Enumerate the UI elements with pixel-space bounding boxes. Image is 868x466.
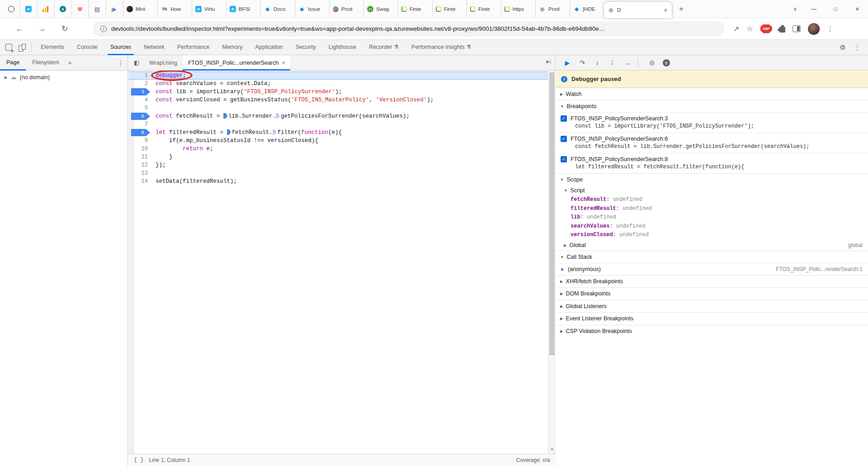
browser-tab[interactable]: ▶ (106, 0, 123, 18)
deactivate-breakpoints-button[interactable]: ⊘ (648, 59, 656, 67)
section-call-stack[interactable]: ▼ Call Stack (556, 251, 868, 263)
scrollbar-thumb[interactable] (549, 72, 555, 355)
reload-icon[interactable]: ↻ (59, 24, 71, 33)
browser-tab[interactable]: Finte (432, 0, 467, 18)
gutter[interactable]: 3 (128, 88, 154, 96)
tab-filesystem[interactable]: Filesystem (26, 55, 66, 71)
breakpoint-checkbox[interactable]: ✓ (561, 136, 567, 142)
line-number[interactable]: 4 (145, 96, 148, 104)
scope-variable-row[interactable]: versionClosed: undefined (556, 231, 868, 240)
browser-tab[interactable]: Mini (123, 0, 157, 18)
devtools-menu-icon[interactable]: ⋮ (854, 43, 861, 52)
breakpoint-entry[interactable]: ✓FTOS_INSP_PolicySurrenderSearch:6const … (556, 133, 868, 153)
code-line[interactable]: 9 if(e.mp_businessStatusId !== versionCl… (128, 137, 548, 145)
code-line[interactable]: 10 return e; (128, 145, 548, 153)
gutter[interactable]: 8 (128, 128, 154, 137)
section-xhr-fetch-breakpoints[interactable]: ▶XHR/fetch Breakpoints (556, 275, 868, 288)
breakpoint-badge[interactable]: 6 (131, 113, 150, 120)
devtools-tab-memory[interactable]: Memory (216, 40, 249, 55)
scope-variable-row[interactable]: fetchResult: undefined (556, 195, 868, 204)
browser-tab[interactable]: Finte (467, 0, 501, 18)
code-line[interactable]: 5 (128, 104, 548, 112)
pretty-print-icon[interactable]: { } (134, 457, 144, 463)
step-into-button[interactable]: ↓• (593, 60, 601, 66)
frame-location[interactable]: FTOS_INSP_Polic...renderSearch:1 (776, 266, 863, 272)
inline-breakpoint-icon[interactable] (227, 129, 231, 135)
step-button[interactable]: → (623, 59, 631, 67)
browser-tab[interactable]: ▤ (89, 0, 106, 18)
section-dom-breakpoints[interactable]: ▶DOM Breakpoints (556, 287, 868, 300)
browser-tab[interactable]: ◆Docs (260, 0, 295, 18)
scope-script-row[interactable]: ▼ Script (556, 185, 868, 195)
extensions-puzzle-icon[interactable] (779, 27, 785, 33)
url-bar[interactable]: i devtools://devtools/bundled/inspector.… (93, 21, 724, 37)
side-panel-icon[interactable] (793, 25, 801, 32)
line-number[interactable]: 12 (142, 161, 148, 169)
browser-tab[interactable]: { }Swag (363, 0, 398, 18)
inline-breakpoint-icon[interactable] (276, 113, 280, 119)
line-number[interactable]: 5 (145, 104, 148, 112)
scope-global-row[interactable]: ▶ Global global (556, 240, 868, 251)
code-line[interactable]: 11 } (128, 153, 548, 161)
devtools-tab-recorder[interactable]: Recorder⚗ (363, 40, 405, 55)
browser-tab[interactable]: S (54, 0, 71, 18)
window-maximize-button[interactable]: □ (825, 0, 846, 18)
line-number[interactable]: 7 (145, 120, 148, 128)
share-icon[interactable]: ↗ (733, 24, 739, 33)
file-tab-policysurrendersearch[interactable]: FTOS_INSP_Polic...urrenderSearch × (183, 55, 291, 71)
inspect-element-icon[interactable] (5, 44, 12, 51)
call-stack-frame[interactable]: ▶ (anonymous) FTOS_INSP_Polic...renderSe… (556, 263, 868, 275)
breakpoint-entry[interactable]: ✓FTOS_INSP_PolicySurrenderSearch:8let fi… (556, 153, 868, 173)
bookmark-star-icon[interactable]: ☆ (746, 24, 753, 33)
no-domain-tree-item[interactable]: ▶ ☁ (no domain) (0, 71, 127, 81)
line-number[interactable]: 13 (142, 169, 148, 177)
step-over-button[interactable]: ↷ (578, 59, 586, 67)
browser-tab[interactable]: ◆Issue (295, 0, 329, 18)
section-global-listeners[interactable]: ▶Global Listeners (556, 300, 868, 313)
gutter[interactable]: 5 (128, 104, 154, 112)
browser-tab[interactable] (37, 0, 54, 18)
device-toolbar-icon[interactable] (19, 44, 26, 51)
breakpoint-badge[interactable]: 8 (131, 129, 150, 136)
browser-tab[interactable]: ftVirtu (192, 0, 226, 18)
code-line[interactable]: 13 (128, 169, 548, 177)
settings-gear-icon[interactable]: ⚙ (840, 43, 846, 52)
browser-tab[interactable]: ⊕Prod (535, 0, 570, 18)
browser-tab[interactable]: ftBFSI (226, 0, 260, 18)
editor-scrollbar[interactable]: ▼ (548, 71, 556, 454)
scope-variable-row[interactable]: lib: undefined (556, 213, 868, 222)
gutter[interactable]: 4 (128, 96, 154, 104)
code-lines[interactable]: 1debugger;2const searchValues = context.… (128, 71, 548, 454)
close-file-tab-icon[interactable]: × (282, 60, 285, 66)
browser-tab[interactable] (3, 0, 20, 18)
back-icon[interactable]: ← (14, 24, 25, 33)
code-line[interactable]: 8let filteredResult = fetchResult.filter… (128, 128, 548, 137)
browser-tab[interactable]: ◆[HDE (570, 0, 604, 18)
devtools-tab-lighthouse[interactable]: Lighthouse (322, 40, 363, 55)
scope-variable-row[interactable]: searchValues: undefined (556, 222, 868, 231)
devtools-tab-network[interactable]: Network (137, 40, 171, 55)
section-csp-violation-breakpoints[interactable]: ▶CSP Violation Breakpoints (556, 325, 868, 338)
devtools-tab-performance[interactable]: Performance (171, 40, 216, 55)
window-minimize-button[interactable]: — (803, 0, 825, 18)
devtools-tab-elements[interactable]: Elements (34, 40, 71, 55)
line-number[interactable]: 2 (145, 80, 148, 88)
section-scope[interactable]: ▼ Scope (556, 173, 868, 185)
devtools-tab-security[interactable]: Security (289, 40, 322, 55)
line-number[interactable]: 1 (145, 71, 148, 80)
code-line[interactable]: 7 (128, 120, 548, 128)
gutter[interactable]: 7 (128, 120, 154, 128)
gutter[interactable]: 13 (128, 169, 154, 177)
show-debugger-icon[interactable]: ▶| (547, 59, 552, 64)
code-line[interactable]: 4const versionClosed = getBusinessStatus… (128, 96, 548, 104)
gutter[interactable]: 14 (128, 177, 154, 185)
breakpoint-badge[interactable]: 3 (131, 88, 150, 95)
gutter[interactable]: 1 (128, 71, 154, 80)
resume-script-button[interactable]: ▶ (563, 59, 571, 67)
step-out-button[interactable]: ↑• (608, 60, 616, 66)
code-line[interactable]: 12}); (128, 161, 548, 169)
breakpoint-entry[interactable]: ✓FTOS_INSP_PolicySurrenderSearch:3const … (556, 112, 868, 133)
inline-breakpoint-icon[interactable] (223, 113, 227, 119)
code-line[interactable]: 14setData(filteredResult); (128, 177, 548, 185)
new-tab-button[interactable]: + (675, 0, 688, 18)
